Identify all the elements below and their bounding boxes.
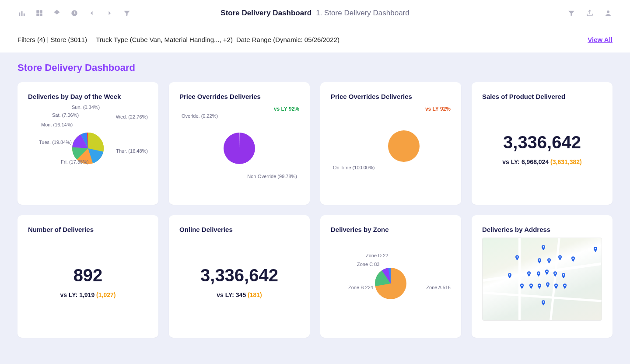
map-pin-icon (535, 271, 542, 278)
pie-dow: Sun. (0.34%) Wed. (22.76%) Sat. (7.06%) … (28, 105, 148, 183)
svg-point-8 (607, 10, 609, 13)
card-number-deliveries[interactable]: Number of Deliveries 892 vs LY: 1,919 (1… (18, 215, 158, 338)
svg-point-18 (559, 256, 560, 257)
view-all-link[interactable]: View All (588, 36, 612, 43)
pie-override1: Overide. (0.22%) Non-Override (99.78%) (179, 105, 299, 183)
map-pin-icon (556, 255, 564, 262)
label-sun: Sun. (0.34%) (72, 105, 100, 110)
svg-rect-0 (19, 12, 20, 16)
map-pin-icon (544, 282, 551, 289)
svg-rect-2 (24, 13, 25, 15)
card-price-override-1[interactable]: Price Overrides Deliveries vs LY 92% Ove… (169, 82, 310, 205)
card-title: Deliveries by Address (482, 226, 602, 233)
label-nonoverride: Non-Override (99.78%) (247, 174, 297, 179)
map-pin-icon (518, 283, 525, 290)
map-pin-icon (561, 283, 568, 290)
metric-sub-prefix: vs LY: 6,968,024 (502, 158, 549, 165)
map-pin-icon (546, 258, 553, 265)
filterbar-left: Filters (4) | Store (3011) Truck Type (C… (18, 36, 340, 43)
page-title: Store Delivery Dashboard (18, 62, 612, 74)
label-zone-b: Zone B 224 (348, 285, 373, 290)
metric-box: 3,336,642 vs LY: 6,968,024 (3,631,382) (482, 105, 602, 193)
filter-date-range[interactable]: Date Range (Dynamic: 05/26/2022) (236, 36, 340, 43)
svg-rect-5 (36, 13, 39, 16)
map-pin-icon (592, 246, 599, 253)
label-zone-c: Zone C 83 (357, 262, 379, 267)
filter-truck-type[interactable]: Truck Type (Cube Van, Material Handing..… (96, 36, 233, 43)
svg-rect-6 (40, 13, 42, 16)
label-zone-d: Zone D 22 (366, 253, 388, 258)
map-pin-icon (540, 245, 547, 252)
user-icon[interactable] (604, 9, 612, 18)
card-title: Number of Deliveries (28, 226, 148, 233)
clock-icon[interactable] (70, 9, 79, 18)
svg-point-14 (595, 248, 596, 249)
svg-point-32 (542, 301, 544, 303)
map-pin-icon (514, 255, 521, 262)
svg-point-31 (564, 285, 565, 286)
card-deliveries-by-dow[interactable]: Deliveries by Day of the Week Sun. (0.34… (18, 82, 158, 205)
svg-point-30 (556, 285, 557, 286)
label-wed: Wed. (22.76%) (116, 114, 148, 119)
card-online-deliveries[interactable]: Online Deliveries 3,336,642 vs LY: 345 (… (169, 215, 310, 338)
pie-chart-icon (384, 126, 424, 166)
topbar-title: Store Delivery Dashboard 1. Store Delive… (220, 9, 409, 18)
metric-value: 892 (74, 266, 103, 285)
header-title: Store Delivery Dashboard (220, 9, 312, 18)
share-icon[interactable] (585, 9, 594, 18)
svg-point-17 (549, 259, 550, 261)
bar-chart-icon[interactable] (18, 9, 26, 18)
card-title: Price Overrides Deliveries (179, 93, 299, 100)
back-arrow-icon[interactable] (88, 9, 96, 18)
card-price-override-2[interactable]: Price Overrides Deliveries vs LY 92% On … (320, 82, 461, 205)
svg-rect-1 (21, 11, 23, 16)
metric-box: 3,336,642 vs LY: 345 (181) (179, 238, 299, 326)
metric-sub-delta: (1,027) (96, 291, 116, 298)
map-pin-icon (552, 271, 559, 278)
svg-rect-4 (40, 10, 42, 13)
map-pin-icon (528, 283, 535, 290)
metric-sub-delta: (181) (248, 291, 262, 298)
filter-summary[interactable]: Filters (4) | Store (3011) (18, 36, 87, 43)
metric-sub-delta: (3,631,382) (550, 158, 582, 165)
map-pin-icon (560, 273, 567, 280)
map-pin-icon (570, 256, 577, 263)
svg-point-22 (538, 273, 539, 274)
svg-point-11 (388, 130, 420, 162)
metric-sub-prefix: vs LY: 345 (217, 291, 246, 298)
svg-point-13 (542, 246, 544, 248)
card-deliveries-by-zone[interactable]: Deliveries by Zone Zone D 22 Zone C 83 Z… (320, 215, 461, 338)
svg-point-24 (554, 273, 556, 274)
map[interactable] (482, 238, 602, 321)
map-pin-icon (536, 258, 543, 265)
metric-sub: vs LY: 345 (181) (217, 291, 262, 298)
metric-value: 3,336,642 (200, 266, 278, 285)
label-sat: Sat. (7.06%) (52, 112, 79, 118)
card-title: Online Deliveries (179, 226, 299, 233)
svg-point-21 (528, 273, 529, 274)
content: Store Delivery Dashboard Deliveries by D… (0, 52, 630, 347)
map-pin-icon (525, 271, 532, 278)
svg-point-23 (546, 271, 547, 272)
map-pin-icon (540, 300, 547, 307)
card-title: Price Overrides Deliveries (331, 93, 451, 100)
label-fri: Fri. (17.38%) (61, 159, 89, 164)
card-title: Deliveries by Day of the Week (28, 93, 148, 100)
card-sales-delivered[interactable]: Sales of Product Delivered 3,336,642 vs … (472, 82, 612, 205)
tag-icon[interactable] (52, 9, 61, 18)
forward-arrow-icon[interactable] (105, 9, 114, 18)
pie-chart-icon (371, 264, 410, 303)
svg-rect-3 (36, 10, 39, 13)
filter-right-icon[interactable] (567, 9, 576, 18)
svg-point-19 (572, 258, 574, 259)
card-title: Sales of Product Delivered (482, 93, 602, 100)
svg-point-16 (539, 259, 540, 261)
filterbar: Filters (4) | Store (3011) Truck Type (C… (0, 26, 630, 52)
pie-chart-icon (220, 129, 259, 168)
card-deliveries-by-address[interactable]: Deliveries by Address (472, 215, 612, 338)
pie-zone: Zone D 22 Zone C 83 Zone B 224 Zone A 51… (331, 238, 451, 316)
grid-icon[interactable] (35, 9, 44, 18)
label-zone-a: Zone A 516 (426, 285, 451, 290)
filter-icon[interactable] (122, 9, 131, 18)
header-subtitle: 1. Store Delivery Dashboard (316, 9, 410, 18)
